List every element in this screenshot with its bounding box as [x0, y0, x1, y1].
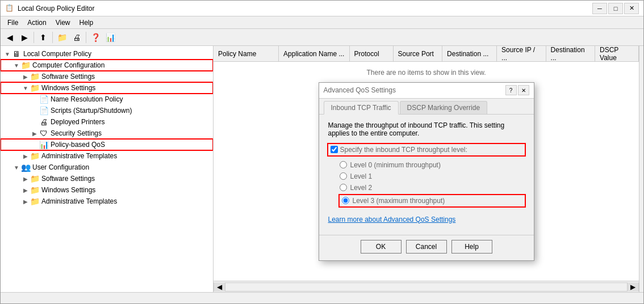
col-protocol[interactable]: Protocol — [350, 46, 394, 61]
tree-toggle-at1: ▶ — [21, 153, 30, 159]
column-headers: Policy Name Application Name ... Protoco… — [214, 46, 639, 62]
help-footer-button[interactable]: Help — [451, 240, 492, 254]
folder-ss-icon: 📁 — [30, 72, 39, 81]
tree-label-ws2: Windows Settings — [41, 186, 95, 194]
shield-icon: 🛡 — [39, 129, 48, 138]
radio-level2-label: Level 2 — [350, 184, 373, 192]
minimize-button[interactable]: ─ — [592, 3, 607, 14]
tree-label-ws: Windows Settings — [41, 84, 95, 92]
radio-level2-row: Level 2 — [340, 184, 525, 192]
radio-level0-row: Level 0 (minimum throughput) — [340, 161, 525, 169]
tree-label-uc: User Configuration — [32, 163, 89, 171]
tab-inbound-tcp[interactable]: Inbound TCP Traffic — [324, 101, 399, 115]
col-source-ip[interactable]: Source IP / ... — [497, 46, 546, 61]
col-dscp[interactable]: DSCP Value — [595, 46, 639, 61]
tree-panel: ▼ 🖥 Local Computer Policy ▼ 📁 Computer C… — [1, 46, 214, 292]
col-source-port[interactable]: Source Port — [394, 46, 442, 61]
radio-level1[interactable] — [340, 172, 347, 180]
menu-view[interactable]: View — [51, 18, 75, 28]
status-bar — [1, 292, 643, 303]
tab-dscp-marking[interactable]: DSCP Marking Override — [400, 101, 487, 114]
throughput-radio-options: Level 0 (minimum throughput) Level 1 Lev… — [328, 161, 525, 206]
dialog-title-bar: Advanced QoS Settings ? ✕ — [319, 83, 534, 99]
radio-level0[interactable] — [340, 161, 347, 168]
radio-level3[interactable] — [342, 197, 349, 204]
folder-ws2-icon: 📁 — [30, 185, 39, 195]
modal-overlay: Advanced QoS Settings ? ✕ Inbound TCP Tr… — [214, 62, 639, 281]
tree-item-software-settings-2[interactable]: ▶ 📁 Software Settings — [1, 173, 213, 184]
tree-item-windows-settings[interactable]: ▼ 📁 Windows Settings — [1, 82, 213, 94]
close-button[interactable]: ✕ — [624, 3, 639, 14]
tree-toggle-uc: ▼ — [12, 164, 21, 171]
folder-at1-icon: 📁 — [30, 151, 39, 161]
tree-item-user-config[interactable]: ▼ 👥 User Configuration — [1, 162, 213, 173]
help-button[interactable]: ❓ — [89, 31, 102, 44]
resize-handle-right[interactable] — [639, 46, 643, 292]
tree-root[interactable]: ▼ 🖥 Local Computer Policy — [1, 48, 213, 60]
dialog-help-button[interactable]: ? — [505, 85, 517, 95]
tree-item-software-settings[interactable]: ▶ 📁 Software Settings — [1, 71, 213, 82]
folder-button[interactable]: 📁 — [55, 31, 69, 44]
menu-file[interactable]: File — [3, 18, 23, 28]
tree-item-admin-templates-1[interactable]: ▶ 📁 Administrative Templates — [1, 150, 213, 162]
tree-item-policy-qos[interactable]: 📊 Policy-based QoS — [1, 139, 213, 150]
tree-item-admin-templates-2[interactable]: ▶ 📁 Administrative Templates — [1, 196, 213, 207]
people-icon: 👥 — [21, 163, 30, 172]
tree-item-computer-config[interactable]: ▼ 📁 Computer Configuration — [1, 60, 213, 71]
menu-action[interactable]: Action — [23, 18, 51, 28]
cancel-button[interactable]: Cancel — [406, 240, 447, 254]
print-button[interactable]: 🖨 — [70, 31, 83, 44]
app-icon: 📋 — [5, 4, 14, 13]
tree-toggle-at2: ▶ — [21, 199, 30, 205]
folder-ss2-icon: 📁 — [30, 174, 39, 183]
menu-help[interactable]: Help — [75, 18, 98, 28]
ok-button[interactable]: OK — [361, 240, 402, 254]
tree-item-deployed-printers[interactable]: 🖨 Deployed Printers — [1, 116, 213, 128]
tree-toggle-root: ▼ — [3, 51, 12, 57]
scroll-right-button[interactable]: ▶ — [627, 282, 638, 292]
maximize-button[interactable]: □ — [608, 3, 623, 14]
main-content: ▼ 🖥 Local Computer Policy ▼ 📁 Computer C… — [1, 46, 643, 292]
radio-level2[interactable] — [340, 184, 347, 191]
doc-nr-icon: 📄 — [39, 95, 48, 104]
back-button[interactable]: ◀ — [3, 31, 16, 44]
radio-level0-label: Level 0 (minimum throughput) — [350, 161, 441, 169]
tree-toggle-dp — [30, 119, 39, 125]
toolbar: ◀ ▶ ⬆ 📁 🖨 ❓ 📊 — [1, 29, 643, 46]
window-title: Local Group Policy Editor — [18, 5, 94, 12]
tree-item-scripts[interactable]: 📄 Scripts (Startup/Shutdown) — [1, 105, 213, 116]
tree-item-windows-settings-2[interactable]: ▶ 📁 Windows Settings — [1, 184, 213, 196]
radio-level3-label: Level 3 (maximum throughput) — [353, 197, 445, 205]
dialog-title: Advanced QoS Settings — [324, 86, 396, 94]
horizontal-scrollbar[interactable]: ◀ ▶ — [214, 281, 639, 292]
tree-label-ss: Software Settings — [41, 73, 95, 81]
specify-throughput-checkbox-row: Specify the inbound TCP throughput level… — [328, 144, 525, 155]
radio-level3-row: Level 3 (maximum throughput) — [340, 195, 525, 206]
specify-throughput-checkbox[interactable] — [331, 146, 338, 153]
tree-label-qos: Policy-based QoS — [51, 141, 105, 149]
computer-icon: 🖥 — [12, 49, 21, 58]
col-policy-name[interactable]: Policy Name — [214, 46, 279, 61]
dialog-close-button[interactable]: ✕ — [518, 85, 529, 95]
folder-cc-icon: 📁 — [21, 61, 30, 70]
tree-label-cc: Computer Configuration — [32, 61, 104, 69]
scroll-left-button[interactable]: ◀ — [214, 282, 225, 292]
tree-toggle-cc: ▼ — [12, 62, 21, 69]
tree-label-ss2: Software Settings — [41, 175, 95, 183]
tree-label-at1: Administrative Templates — [41, 152, 117, 160]
col-destination[interactable]: Destination ... — [442, 46, 497, 61]
col-destination2[interactable]: Destination ... — [546, 46, 595, 61]
toolbar-separator-2 — [52, 32, 53, 43]
tree-label-sec: Security Settings — [51, 129, 102, 137]
title-bar: 📋 Local Group Policy Editor ─ □ ✕ — [1, 1, 643, 16]
col-app-name[interactable]: Application Name ... — [279, 46, 350, 61]
chart-button[interactable]: 📊 — [103, 31, 117, 44]
folder-at2-icon: 📁 — [30, 197, 39, 206]
tree-item-security-settings[interactable]: ▶ 🛡 Security Settings — [1, 128, 213, 139]
learn-more-link[interactable]: Learn more about Advanced QoS Settings — [328, 216, 456, 223]
forward-button[interactable]: ▶ — [18, 31, 31, 44]
tree-toggle-ws: ▼ — [21, 85, 30, 91]
tree-item-name-resolution[interactable]: 📄 Name Resolution Policy — [1, 94, 213, 105]
radio-level1-label: Level 1 — [350, 172, 373, 180]
up-button[interactable]: ⬆ — [36, 31, 50, 44]
